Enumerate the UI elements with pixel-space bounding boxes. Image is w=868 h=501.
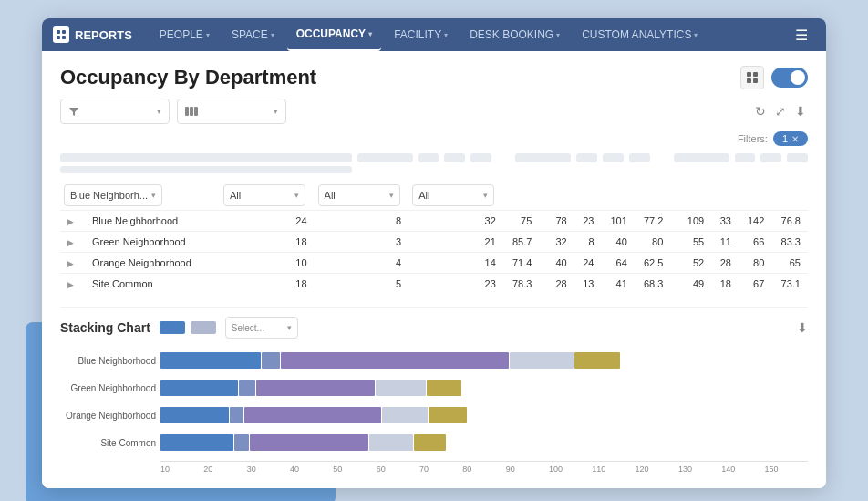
expand-icon[interactable]: ▶ (67, 238, 74, 247)
chevron-down-icon: ▾ (694, 31, 698, 39)
x-tick-label: 20 (203, 462, 246, 474)
chevron-down-icon: ▾ (287, 323, 292, 332)
chart-bar-row: Orange Neighborhood (160, 406, 808, 424)
table-filter-row: Blue Neighborh... ▾ All▾ All▾ All▾ (60, 181, 808, 211)
close-icon[interactable]: ✕ (791, 134, 799, 144)
nav-facility[interactable]: FACILITY ▾ (385, 18, 457, 51)
chevron-down-icon: ▾ (483, 191, 488, 200)
table-filter-all-3[interactable]: All▾ (412, 184, 494, 206)
chart-header: Stacking Chart Select... ▾ ⬇ (60, 317, 808, 339)
download-button[interactable]: ⬇ (793, 102, 808, 120)
table-row: ▶ Orange Neighborhood 10 4 14 71.4 40 24… (60, 253, 808, 274)
bar-segment (427, 380, 461, 396)
nav-logo: REPORTS (53, 26, 132, 43)
chevron-down-icon: ▾ (389, 191, 394, 200)
header-actions (740, 66, 808, 89)
bar-segment (160, 352, 261, 369)
chevron-down-icon: ▾ (157, 107, 161, 116)
bar-segment (239, 380, 255, 396)
bar-segment (160, 434, 233, 451)
logo-text: REPORTS (75, 28, 132, 42)
x-tick-label: 10 (160, 462, 203, 474)
hamburger-menu-button[interactable]: ☰ (788, 23, 815, 47)
row-name-orange: Orange Neighborhood (85, 253, 220, 274)
bar-segment (510, 352, 574, 369)
expand-icon[interactable]: ▶ (67, 280, 74, 289)
bar-container (160, 352, 620, 369)
view-toggle[interactable] (771, 68, 808, 88)
occupancy-table: Blue Neighborh... ▾ All▾ All▾ All▾ ▶ Blu… (60, 181, 808, 294)
active-filter-badge[interactable]: 1 ✕ (773, 131, 808, 146)
nav-custom-analytics[interactable]: CUSTOM ANALYTICS ▾ (573, 18, 707, 51)
page-title: Occupancy By Department (60, 66, 316, 89)
content-area: Occupancy By Department ▾ (42, 51, 826, 488)
chevron-down-icon: ▾ (271, 31, 274, 39)
svg-rect-3 (62, 36, 66, 39)
navigation-bar: REPORTS PEOPLE ▾ SPACE ▾ OCCUPANCY ▾ FAC… (42, 18, 826, 51)
table-filter-all-1[interactable]: All▾ (223, 184, 305, 206)
chart-legend (160, 321, 216, 334)
bar-container (160, 380, 461, 396)
expand-icon[interactable]: ▶ (67, 217, 74, 226)
x-tick-label: 70 (419, 462, 462, 474)
chart-bar-row: Site Common (160, 433, 808, 452)
bar-segment (376, 380, 426, 396)
table-row: ▶ Blue Neighborhood 24 8 32 75 78 23 101… (60, 211, 808, 232)
svg-rect-7 (753, 78, 758, 83)
filter-icon (68, 106, 79, 117)
filter-row: ▾ ▾ ↻ ⤢ ⬇ (60, 99, 808, 124)
filters-label: Filters: (738, 133, 768, 144)
x-tick-label: 40 (290, 462, 333, 474)
x-tick-label: 90 (506, 462, 549, 474)
filter-dropdown-1[interactable]: ▾ (60, 99, 170, 124)
bar-segment (250, 434, 368, 451)
row-name-site-common: Site Common (85, 274, 220, 295)
x-tick-label: 150 (765, 462, 808, 474)
row-name-blue: Blue Neighborhood (85, 211, 220, 232)
svg-rect-2 (57, 36, 60, 39)
svg-rect-8 (185, 107, 189, 116)
refresh-button[interactable]: ↻ (753, 102, 768, 120)
legend-swatch-2 (191, 321, 216, 334)
svg-rect-5 (753, 72, 758, 77)
x-tick-label: 100 (549, 462, 592, 474)
nav-space[interactable]: SPACE ▾ (222, 18, 284, 51)
bar-segment (429, 407, 467, 423)
x-tick-label: 60 (377, 462, 419, 474)
svg-rect-10 (194, 107, 198, 116)
table-row: ▶ Site Common 18 5 23 78.3 28 13 41 68.3… (60, 274, 808, 295)
chevron-down-icon: ▾ (444, 31, 448, 39)
filters-badge-row: Filters: 1 ✕ (60, 131, 808, 146)
nav-occupancy[interactable]: OCCUPANCY ▾ (287, 18, 381, 51)
chevron-down-icon: ▾ (151, 191, 156, 200)
chevron-down-icon: ▾ (206, 31, 210, 39)
table-filter-all-2[interactable]: All▾ (318, 184, 400, 206)
chart-download-button[interactable]: ⬇ (797, 320, 808, 335)
filter-actions: ↻ ⤢ ⬇ (753, 102, 808, 120)
expand-icon[interactable]: ▶ (67, 259, 74, 268)
svg-rect-0 (57, 30, 60, 34)
bar-segment (244, 407, 381, 423)
x-tick-label: 80 (462, 462, 505, 474)
bar-container (160, 434, 446, 451)
skeleton-loading (60, 153, 808, 173)
columns-icon (185, 107, 198, 116)
svg-rect-9 (190, 107, 193, 116)
filter-dropdown-2[interactable]: ▾ (177, 99, 286, 124)
bar-segment (262, 352, 280, 369)
main-window: REPORTS PEOPLE ▾ SPACE ▾ OCCUPANCY ▾ FAC… (42, 18, 826, 488)
nav-desk-booking[interactable]: DESK BOOKING ▾ (460, 18, 569, 51)
grid-view-button[interactable] (740, 66, 764, 89)
logo-icon (53, 26, 69, 43)
bar-segment (414, 434, 446, 451)
chart-filter-dropdown[interactable]: Select... ▾ (225, 317, 298, 339)
bar-segment (230, 407, 243, 423)
chart-bar-label: Orange Neighborhood (60, 411, 156, 421)
bar-segment (281, 352, 509, 369)
expand-button[interactable]: ⤢ (773, 102, 788, 120)
legend-swatch-1 (160, 321, 185, 334)
nav-people[interactable]: PEOPLE ▾ (150, 18, 219, 51)
bar-segment (234, 434, 249, 451)
table-filter-neighborhood[interactable]: Blue Neighborh... ▾ (64, 184, 162, 206)
x-tick-label: 130 (678, 462, 721, 474)
